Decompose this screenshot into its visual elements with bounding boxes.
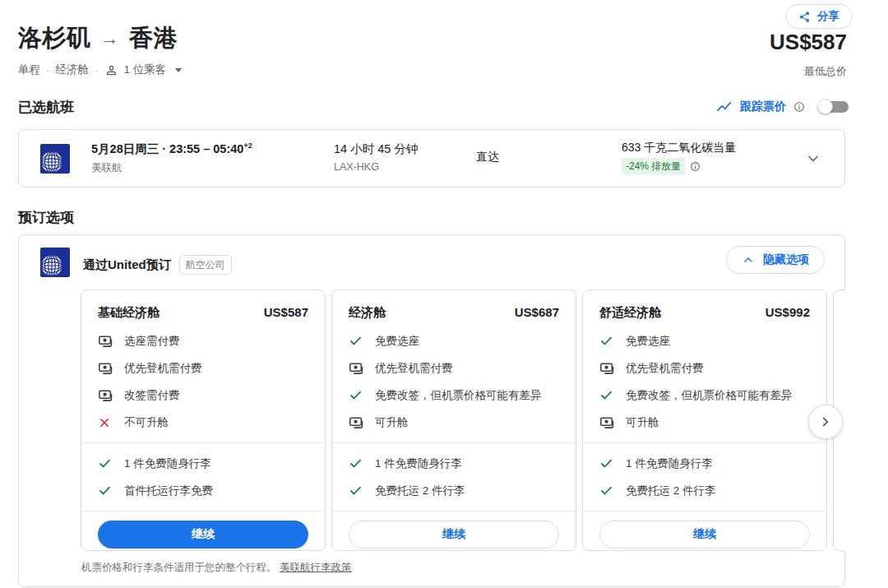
fare-card-basic-economy: 基础经济舱 US$587 选座需付费 优先登机需付费 改签需付费 不可升舱 1 … <box>81 289 326 551</box>
page-title: 洛杉矶 → 香港 <box>18 22 178 55</box>
info-icon[interactable] <box>793 101 805 113</box>
flight-duration: 14 小时 45 分钟 <box>334 141 418 157</box>
selected-flight-card[interactable]: 5月28日周三 · 23:55 – 05:40+2 美联航 14 小时 45 分… <box>18 129 845 188</box>
fare-feature: 优先登机需付费 <box>124 361 202 376</box>
united-airlines-logo <box>40 144 70 174</box>
fare-baggage: 1 件免费随身行李 <box>375 456 462 471</box>
continue-button[interactable]: 继续 <box>349 521 559 549</box>
fare-card-economy-plus: 舒适经济舱 US$992 免费选座 优先登机需付费 免费改签，但机票价格可能有差… <box>582 289 827 551</box>
share-button[interactable]: 分享 <box>785 4 853 29</box>
selected-flight-heading: 已选航班 <box>18 98 74 117</box>
flight-datetime-block: 5月28日周三 · 23:55 – 05:40+2 美联航 <box>91 141 252 175</box>
money-icon <box>98 388 113 403</box>
fare-feature: 免费选座 <box>626 334 670 349</box>
trip-meta: 单程 · 经济舱 · 1 位乘客 <box>18 63 182 77</box>
money-icon <box>599 361 614 376</box>
fare-price: US$992 <box>765 305 810 319</box>
chevron-up-icon <box>742 253 755 266</box>
fare-feature: 可升舱 <box>626 415 659 430</box>
check-icon <box>599 456 614 470</box>
carousel-next-button[interactable] <box>808 405 843 439</box>
fare-baggage: 免费托运 2 件行李 <box>375 484 465 498</box>
route-codes: LAX-HKG <box>334 161 418 173</box>
origin-city: 洛杉矶 <box>18 22 91 55</box>
check-icon <box>599 334 614 348</box>
check-icon <box>349 388 363 402</box>
emissions-block: 633 千克二氧化碳当量 -24% 排放量 <box>622 141 736 175</box>
track-price-control: 跟踪票价 <box>715 98 849 115</box>
chevron-down-icon[interactable] <box>175 68 182 72</box>
fare-cards-carousel: 基础经济舱 US$587 选座需付费 优先登机需付费 改签需付费 不可升舱 1 … <box>81 289 845 554</box>
info-icon[interactable] <box>690 161 701 172</box>
provider-badge: 航空公司 <box>179 255 232 275</box>
flight-booking-page: 分享 洛杉矶 → 香港 单程 · 经济舱 · 1 位乘客 US$587 最低总价… <box>0 0 888 588</box>
arrow-right-icon: → <box>101 28 120 49</box>
price-trend-icon <box>715 98 733 115</box>
check-icon <box>599 388 614 402</box>
money-icon <box>98 334 113 349</box>
share-label: 分享 <box>817 9 839 24</box>
check-icon <box>98 456 113 470</box>
fare-footnote: 机票价格和行李条件适用于您的整个行程。 美联航行李政策 <box>81 561 351 575</box>
fare-name: 基础经济舱 <box>98 305 160 321</box>
baggage-policy-link[interactable]: 美联航行李政策 <box>280 562 352 573</box>
destination-city: 香港 <box>129 22 178 55</box>
airline-name: 美联航 <box>91 161 252 175</box>
flight-datetime: 5月28日周三 · 23:55 – 05:40 <box>91 142 243 155</box>
track-price-toggle[interactable] <box>817 100 849 113</box>
fare-name: 舒适经济舱 <box>599 305 661 321</box>
fare-feature: 免费改签，但机票价格可能有差异 <box>626 388 793 403</box>
fare-card-economy: 经济舱 US$687 免费选座 优先登机需付费 免费改签，但机票价格可能有差异 … <box>331 289 576 551</box>
check-icon <box>349 456 363 470</box>
arrival-day-offset: +2 <box>243 141 252 150</box>
fare-baggage: 1 件免费随身行李 <box>124 456 211 471</box>
booking-options-card: 通过United预订 航空公司 隐藏选项 基础经济舱 US$587 选座需付费 … <box>18 234 845 587</box>
booking-options-heading: 预订选项 <box>18 208 74 227</box>
fare-feature: 优先登机需付费 <box>375 361 453 376</box>
flight-duration-block: 14 小时 45 分钟 LAX-HKG <box>334 141 418 173</box>
trip-type: 单程 <box>18 63 40 77</box>
emissions-amount: 633 千克二氧化碳当量 <box>622 141 736 155</box>
fare-feature: 可升舱 <box>375 415 409 430</box>
fare-name: 经济舱 <box>349 305 386 321</box>
cross-icon <box>98 416 113 429</box>
passenger-count[interactable]: 1 位乘客 <box>124 63 167 77</box>
fare-baggage: 首件托运行李免费 <box>124 484 213 498</box>
expand-flight-chevron-icon[interactable] <box>805 150 821 170</box>
continue-button[interactable]: 继续 <box>98 521 308 549</box>
chevron-right-icon <box>818 414 833 429</box>
fare-feature: 免费改签，但机票价格可能有差异 <box>375 388 542 403</box>
united-airlines-logo <box>40 248 70 277</box>
hide-options-button[interactable]: 隐藏选项 <box>726 246 825 274</box>
share-icon <box>798 11 811 23</box>
stops-label: 直达 <box>476 150 499 164</box>
money-icon <box>599 415 614 430</box>
fare-price: US$587 <box>264 305 308 319</box>
check-icon <box>349 334 363 348</box>
check-icon <box>98 484 113 498</box>
fare-feature: 优先登机需付费 <box>626 361 704 376</box>
fare-feature: 不可升舱 <box>124 415 169 430</box>
fare-feature: 改签需付费 <box>124 388 180 403</box>
price-caption: 最低总价 <box>804 64 847 79</box>
person-icon <box>104 63 118 77</box>
fare-feature: 免费选座 <box>375 334 419 349</box>
fare-baggage: 1 件免费随身行李 <box>626 456 713 471</box>
continue-button[interactable]: 继续 <box>599 521 810 549</box>
provider-title: 通过United预订 <box>83 257 171 273</box>
check-icon <box>599 484 614 498</box>
check-icon <box>349 484 363 498</box>
fare-feature: 选座需付费 <box>124 334 180 349</box>
money-icon <box>349 415 363 430</box>
provider-title-row: 通过United预订 航空公司 <box>83 255 232 275</box>
total-price: US$587 <box>770 30 847 55</box>
emissions-badge: -24% 排放量 <box>622 158 685 175</box>
fare-baggage: 免费托运 2 件行李 <box>626 484 716 498</box>
cabin-class: 经济舱 <box>56 63 90 77</box>
track-price-label[interactable]: 跟踪票价 <box>740 100 786 114</box>
money-icon <box>349 361 363 376</box>
fare-price: US$687 <box>515 305 559 319</box>
money-icon <box>98 361 113 376</box>
